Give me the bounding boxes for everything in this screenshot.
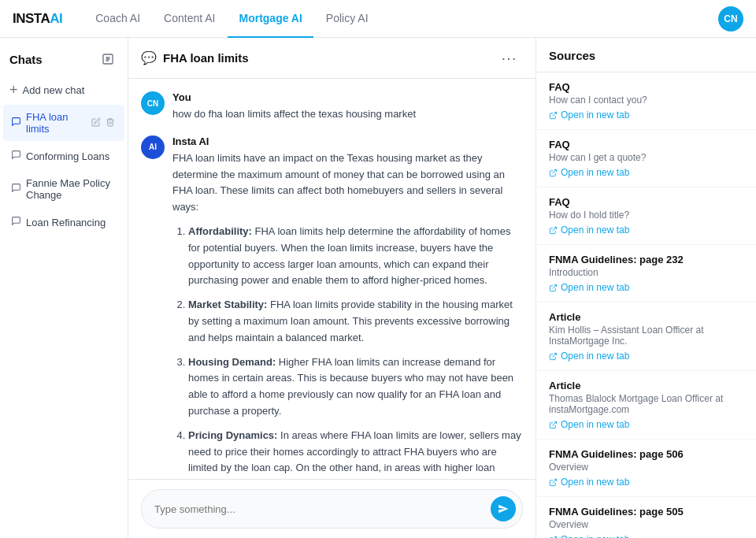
external-link-icon bbox=[549, 478, 558, 487]
chat-messages: CNYouhow do fha loan limits affect the t… bbox=[128, 79, 536, 479]
source-item-s4: FNMA Guidelines: page 232IntroductionOpe… bbox=[536, 245, 756, 302]
source-item-s6: ArticleThomas Blalock Mortgage Loan Offi… bbox=[536, 371, 756, 440]
source-description: Introduction bbox=[549, 267, 743, 278]
message-row-user1: CNYouhow do fha loan limits affect the t… bbox=[141, 91, 523, 123]
source-description: Overview bbox=[549, 519, 743, 530]
source-type: Article bbox=[549, 380, 743, 391]
external-link-icon bbox=[549, 226, 558, 235]
sources-list: FAQHow can I contact you?Open in new tab… bbox=[536, 72, 756, 538]
source-description: Overview bbox=[549, 462, 743, 473]
svg-line-7 bbox=[553, 479, 557, 483]
chat-header: 💬 FHA loan limits ⋯ bbox=[128, 38, 536, 79]
svg-line-2 bbox=[553, 169, 557, 173]
sidebar: Chats + Add new chat FHA loan limitsConf… bbox=[0, 38, 128, 538]
sidebar-item-fannie[interactable]: Fannie Mae Policy Change bbox=[3, 171, 124, 207]
avatar-ai: AI bbox=[141, 135, 165, 159]
chat-bubble-icon bbox=[11, 150, 21, 162]
message-row-ai1: AIInsta AIFHA loan limits have an impact… bbox=[141, 135, 523, 479]
nav-tab-content[interactable]: Content AI bbox=[153, 0, 226, 38]
sidebar-title: Chats bbox=[9, 53, 43, 66]
svg-line-1 bbox=[553, 112, 557, 116]
nav-tabs: Coach AIContent AIMortgage AIPolicy AI bbox=[84, 0, 718, 38]
source-item-s8: FNMA Guidelines: page 505OverviewOpen in… bbox=[536, 497, 756, 538]
logo-ai: AI bbox=[50, 11, 62, 27]
svg-line-4 bbox=[553, 284, 557, 288]
source-type: Article bbox=[549, 311, 743, 323]
source-item-s3: FAQHow do I hold title?Open in new tab bbox=[536, 187, 756, 245]
message-sender: You bbox=[172, 91, 523, 103]
message-content: Insta AIFHA loan limits have an impact o… bbox=[172, 135, 523, 479]
source-open-link[interactable]: Open in new tab bbox=[549, 109, 629, 121]
source-open-link[interactable]: Open in new tab bbox=[549, 351, 629, 362]
source-item-s7: FNMA Guidelines: page 506OverviewOpen in… bbox=[536, 440, 756, 497]
main-layout: Chats + Add new chat FHA loan limitsConf… bbox=[0, 38, 756, 538]
source-description: How do I hold title? bbox=[549, 210, 743, 221]
compose-icon bbox=[102, 53, 114, 65]
chat-input[interactable] bbox=[154, 503, 491, 515]
user-avatar[interactable]: CN bbox=[718, 6, 743, 32]
external-link-icon bbox=[549, 421, 558, 429]
external-link-icon bbox=[549, 284, 558, 292]
source-open-link[interactable]: Open in new tab bbox=[549, 224, 629, 236]
source-description: How can I contact you? bbox=[549, 95, 743, 106]
avatar-user: CN bbox=[141, 91, 165, 115]
logo-insta: INSTA bbox=[13, 11, 50, 27]
add-new-label: Add new chat bbox=[23, 84, 85, 96]
sidebar-item-label: Fannie Mae Policy Change bbox=[26, 177, 117, 201]
svg-line-5 bbox=[553, 353, 557, 357]
sidebar-item-conforming[interactable]: Conforming Loans bbox=[3, 143, 124, 169]
chat-bubble-icon bbox=[11, 117, 21, 129]
source-open-link[interactable]: Open in new tab bbox=[549, 419, 629, 430]
external-link-icon bbox=[549, 352, 558, 361]
source-item-s5: ArticleKim Hollis – Assistant Loan Offic… bbox=[536, 302, 756, 371]
chat-bubble-icon bbox=[11, 183, 21, 195]
chat-more-button[interactable]: ⋯ bbox=[495, 47, 523, 69]
chat-header-title: FHA loan limits bbox=[163, 51, 495, 65]
source-description: Thomas Blalock Mortgage Loan Officer at … bbox=[549, 393, 743, 415]
source-open-link[interactable]: Open in new tab bbox=[549, 282, 629, 293]
nav-tab-policy[interactable]: Policy AI bbox=[315, 0, 380, 38]
plus-icon: + bbox=[9, 83, 18, 97]
chat-input-wrapper bbox=[141, 489, 523, 529]
nav-tab-coach[interactable]: Coach AI bbox=[84, 0, 151, 38]
sidebar-header: Chats bbox=[0, 38, 128, 77]
send-icon bbox=[498, 503, 509, 514]
sidebar-item-fha[interactable]: FHA loan limits bbox=[3, 105, 124, 141]
message-content: Youhow do fha loan limits affect the tex… bbox=[172, 91, 523, 123]
nav-tab-mortgage[interactable]: Mortgage AI bbox=[228, 0, 313, 38]
add-new-chat-button[interactable]: + Add new chat bbox=[0, 77, 128, 102]
new-chat-icon-button[interactable] bbox=[98, 49, 118, 69]
message-text: how do fha loan limits affect the texas … bbox=[172, 106, 523, 123]
sidebar-item-refinancing[interactable]: Loan Refinancing bbox=[3, 210, 124, 235]
edit-chat-button[interactable] bbox=[90, 116, 102, 130]
external-link-icon bbox=[549, 169, 558, 177]
logo: INSTA AI bbox=[13, 11, 62, 27]
chat-input-area bbox=[128, 479, 536, 538]
source-type: FNMA Guidelines: page 506 bbox=[549, 448, 743, 460]
chat-bubble-icon bbox=[11, 216, 21, 228]
chat-header-icon: 💬 bbox=[141, 50, 157, 65]
sidebar-item-label: Conforming Loans bbox=[26, 150, 117, 162]
delete-chat-button[interactable] bbox=[104, 116, 117, 130]
source-item-s1: FAQHow can I contact you?Open in new tab bbox=[536, 72, 756, 130]
sources-panel: Sources FAQHow can I contact you?Open in… bbox=[536, 38, 756, 538]
sidebar-item-actions bbox=[90, 116, 117, 130]
sources-header: Sources bbox=[536, 38, 756, 72]
svg-line-6 bbox=[553, 421, 557, 425]
sidebar-items: FHA loan limitsConforming LoansFannie Ma… bbox=[0, 102, 128, 237]
source-description: Kim Hollis – Assistant Loan Officer at I… bbox=[549, 325, 743, 347]
external-link-icon bbox=[549, 111, 558, 120]
source-description: How can I get a quote? bbox=[549, 152, 743, 163]
source-type: FNMA Guidelines: page 505 bbox=[549, 506, 743, 518]
send-button[interactable] bbox=[491, 496, 516, 521]
svg-line-3 bbox=[553, 227, 557, 231]
message-text: FHA loan limits have an impact on the Te… bbox=[172, 150, 523, 479]
source-open-link[interactable]: Open in new tab bbox=[549, 477, 629, 488]
sidebar-item-label: Loan Refinancing bbox=[26, 217, 117, 228]
source-type: FNMA Guidelines: page 232 bbox=[549, 254, 743, 265]
external-link-icon bbox=[549, 536, 558, 539]
source-open-link[interactable]: Open in new tab bbox=[549, 534, 629, 538]
source-open-link[interactable]: Open in new tab bbox=[549, 167, 629, 178]
source-type: FAQ bbox=[549, 139, 743, 150]
message-sender: Insta AI bbox=[172, 135, 523, 147]
